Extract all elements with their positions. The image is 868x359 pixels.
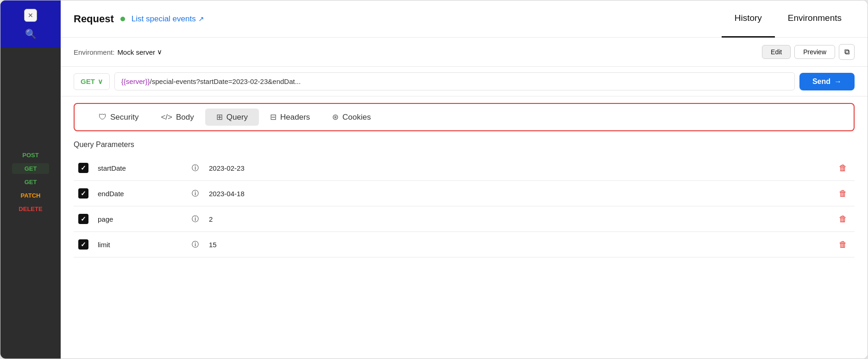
table-row: endDate ⓘ 2023-04-18 🗑	[74, 181, 855, 206]
delete-icon-startdate[interactable]: 🗑	[839, 163, 847, 173]
header-left: Request List special events ↗	[74, 13, 204, 25]
external-link-icon: ↗	[198, 15, 204, 23]
close-button[interactable]: ✕	[24, 9, 37, 22]
sidebar: ✕ 🔍 POST GET GET PATCH DELETE	[0, 0, 61, 359]
edit-button[interactable]: Edit	[762, 45, 791, 59]
tab-query[interactable]: ⊞ Query	[205, 109, 259, 126]
query-icon: ⊞	[216, 112, 223, 122]
param-value-enddate[interactable]: 2023-04-18	[204, 181, 831, 206]
checkbox-cell-page[interactable]	[74, 206, 93, 232]
sidebar-item-patch[interactable]: PATCH	[12, 190, 49, 201]
delete-icon-limit[interactable]: 🗑	[839, 240, 847, 249]
tabs-bar: 🛡 Security </> Body ⊞ Query ⊟ Headers ⊛ …	[74, 103, 855, 131]
tab-security[interactable]: 🛡 Security	[88, 109, 150, 126]
tab-cookies-label: Cookies	[342, 113, 371, 122]
env-buttons: Edit Preview ⧉	[762, 44, 855, 60]
delete-cell-enddate[interactable]: 🗑	[831, 181, 855, 206]
param-value-limit[interactable]: 15	[204, 232, 831, 257]
copy-button[interactable]: ⧉	[839, 44, 855, 60]
param-name-enddate: endDate	[93, 181, 186, 206]
header-bar: Request List special events ↗ History En…	[61, 0, 868, 38]
method-selector[interactable]: GET ∨	[74, 73, 110, 90]
request-link[interactable]: List special events ↗	[132, 14, 204, 24]
query-params-table: startDate ⓘ 2023-02-23 🗑 endDate ⓘ	[74, 155, 855, 257]
info-icon-enddate[interactable]: ⓘ	[186, 181, 204, 206]
info-icon-startdate[interactable]: ⓘ	[186, 155, 204, 181]
checkbox-limit[interactable]	[78, 239, 88, 250]
cookies-icon: ⊛	[332, 112, 339, 122]
sidebar-methods: POST GET GET PATCH DELETE	[0, 48, 61, 214]
app-window: ✕ 🔍 POST GET GET PATCH DELETE Request Li…	[0, 0, 868, 359]
sidebar-item-get-active[interactable]: GET	[12, 163, 49, 174]
env-label: Environment:	[74, 48, 114, 56]
table-row: startDate ⓘ 2023-02-23 🗑	[74, 155, 855, 181]
delete-cell-startdate[interactable]: 🗑	[831, 155, 855, 181]
copy-icon: ⧉	[844, 48, 849, 56]
header-right: History Environments	[722, 0, 855, 38]
code-icon: </>	[161, 113, 172, 122]
send-button[interactable]: Send →	[799, 73, 855, 90]
sidebar-item-post[interactable]: POST	[12, 150, 49, 160]
send-label: Send	[812, 77, 830, 86]
tab-history[interactable]: History	[722, 0, 775, 38]
checkbox-startdate[interactable]	[78, 163, 88, 173]
method-label: GET	[81, 77, 95, 85]
env-value-text: Mock server	[117, 48, 155, 56]
shield-icon: 🛡	[99, 113, 107, 122]
delete-cell-page[interactable]: 🗑	[831, 206, 855, 232]
tab-body[interactable]: </> Body	[150, 109, 205, 126]
tab-headers-label: Headers	[280, 113, 310, 122]
environment-bar: Environment: Mock server ∨ Edit Preview …	[61, 38, 868, 67]
tab-query-label: Query	[226, 113, 248, 122]
url-input[interactable]: {{server}}/special-events?startDate=2023…	[114, 72, 795, 90]
param-name-startdate: startDate	[93, 155, 186, 181]
checkbox-enddate[interactable]	[78, 188, 88, 199]
send-arrow-icon: →	[834, 77, 842, 86]
delete-icon-enddate[interactable]: 🗑	[839, 189, 847, 198]
status-dot	[120, 17, 125, 21]
checkbox-page[interactable]	[78, 214, 88, 224]
tab-headers[interactable]: ⊟ Headers	[259, 109, 321, 126]
checkbox-cell-limit[interactable]	[74, 232, 93, 257]
preview-button[interactable]: Preview	[794, 45, 835, 59]
page-title: Request	[74, 13, 114, 25]
url-bar: GET ∨ {{server}}/special-events?startDat…	[61, 67, 868, 96]
tab-body-label: Body	[176, 113, 194, 122]
method-chevron-icon: ∨	[98, 77, 103, 86]
sidebar-item-get[interactable]: GET	[12, 177, 49, 187]
info-icon-page[interactable]: ⓘ	[186, 206, 204, 232]
param-value-startdate[interactable]: 2023-02-23	[204, 155, 831, 181]
tab-cookies[interactable]: ⊛ Cookies	[321, 109, 382, 126]
section-title: Query Parameters	[74, 141, 855, 149]
param-name-limit: limit	[93, 232, 186, 257]
sidebar-top: ✕ 🔍	[0, 0, 61, 48]
tab-security-label: Security	[110, 113, 138, 122]
env-selector[interactable]: Mock server ∨	[117, 48, 162, 56]
headers-icon: ⊟	[270, 112, 277, 122]
param-name-page: page	[93, 206, 186, 232]
search-icon[interactable]: 🔍	[25, 28, 37, 39]
content-area: Query Parameters startDate ⓘ 2023-02-23 …	[61, 131, 868, 359]
tab-environments[interactable]: Environments	[775, 0, 855, 38]
param-value-page[interactable]: 2	[204, 206, 831, 232]
sidebar-item-delete[interactable]: DELETE	[12, 204, 49, 214]
checkbox-cell-enddate[interactable]	[74, 181, 93, 206]
request-link-text: List special events	[132, 14, 196, 24]
delete-cell-limit[interactable]: 🗑	[831, 232, 855, 257]
url-path: /special-events?startDate=2023-02-23&end…	[150, 77, 301, 85]
table-row: page ⓘ 2 🗑	[74, 206, 855, 232]
checkbox-cell-startdate[interactable]	[74, 155, 93, 181]
chevron-down-icon: ∨	[157, 48, 162, 56]
table-row: limit ⓘ 15 🗑	[74, 232, 855, 257]
env-left: Environment: Mock server ∨	[74, 48, 162, 56]
server-variable: {{server}}	[121, 77, 150, 85]
main-content: Request List special events ↗ History En…	[61, 0, 868, 359]
delete-icon-page[interactable]: 🗑	[839, 214, 847, 224]
info-icon-limit[interactable]: ⓘ	[186, 232, 204, 257]
